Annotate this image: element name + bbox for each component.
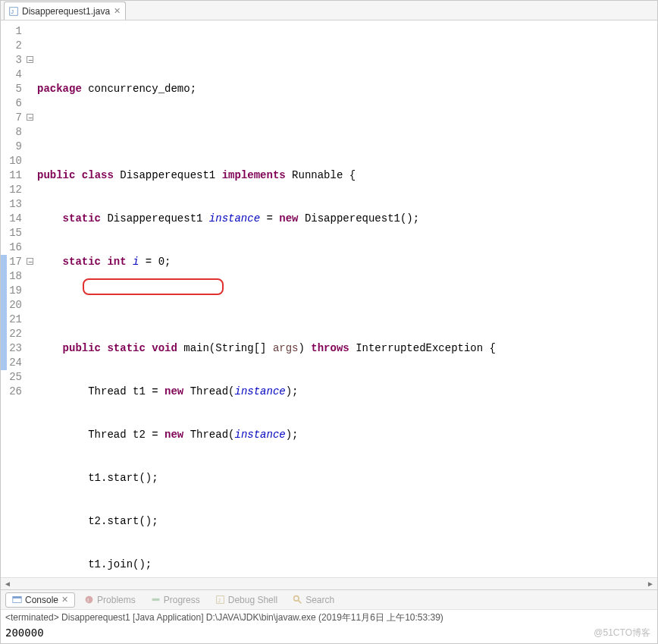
line-number: 26: [1, 385, 22, 399]
line-number: 21: [1, 313, 22, 327]
line-number: 20: [1, 298, 22, 313]
debug-shell-icon: J: [215, 595, 225, 605]
editor-tabbar: J Disapperequest1.java ✕: [1, 1, 657, 20]
svg-line-10: [298, 600, 301, 603]
code-line: public static void main(String[] args) t…: [37, 341, 657, 356]
editor-tab-label: Disapperequest1.java: [22, 6, 110, 17]
line-number: 19: [1, 284, 22, 298]
line-number: 2: [1, 39, 22, 53]
line-number-gutter: 1 2 3 4 5 6 7 8 9 10 11 12 13 14 15 16 1…: [1, 20, 27, 577]
console-icon: [12, 595, 22, 605]
progress-icon: [151, 595, 161, 605]
svg-point-4: [86, 596, 93, 604]
line-number: 6: [1, 96, 22, 111]
search-icon: [293, 595, 302, 605]
highlight-box: [83, 278, 224, 295]
code-line: static int i = 0;: [37, 255, 657, 269]
code-area[interactable]: package concurrency_demo; public class D…: [37, 20, 657, 577]
problems-tab[interactable]: ! Problems: [78, 593, 142, 607]
svg-text:J: J: [11, 8, 14, 15]
console-tab-label: Console: [25, 595, 58, 605]
line-number: 12: [1, 183, 22, 197]
fold-annotation-column: [27, 20, 37, 577]
debug-shell-tab-label: Debug Shell: [228, 595, 277, 605]
line-number: 23: [1, 341, 22, 356]
svg-text:J: J: [218, 597, 221, 604]
console-status-line: <terminated> Disapperequest1 [Java Appli…: [1, 609, 657, 625]
line-number: 17: [1, 255, 22, 269]
line-number: 25: [1, 370, 22, 385]
editor-tab-close-icon[interactable]: ✕: [114, 7, 121, 15]
line-number: 4: [1, 68, 22, 82]
fold-toggle-icon[interactable]: [27, 56, 33, 63]
scroll-right-icon[interactable]: ►: [645, 579, 656, 589]
code-line: static Disapperequest1 instance = new Di…: [37, 212, 657, 226]
line-number: 1: [1, 24, 22, 39]
svg-rect-6: [152, 598, 159, 601]
line-number: 10: [1, 154, 22, 168]
eclipse-window: J Disapperequest1.java ✕ 1 2 3 4 5 6 7 8…: [0, 0, 658, 644]
code-line: [37, 298, 657, 313]
close-icon[interactable]: ✕: [61, 595, 68, 605]
fold-toggle-icon[interactable]: [27, 114, 33, 121]
svg-text:!: !: [87, 597, 89, 604]
code-line: t1.join();: [37, 558, 657, 572]
svg-rect-3: [13, 596, 21, 598]
line-number: 9: [1, 140, 22, 154]
line-number: 13: [1, 197, 22, 212]
code-line: Thread t1 = new Thread(instance);: [37, 385, 657, 399]
line-number: 11: [1, 168, 22, 183]
line-number: 16: [1, 240, 22, 255]
search-tab[interactable]: Search: [287, 593, 340, 607]
debug-shell-tab[interactable]: J Debug Shell: [209, 593, 284, 607]
editor-tab-disapperequest1[interactable]: J Disapperequest1.java ✕: [4, 2, 126, 20]
line-number: 7: [1, 111, 22, 125]
code-line: Thread t2 = new Thread(instance);: [37, 428, 657, 442]
progress-tab-label: Progress: [164, 595, 200, 605]
line-number: 15: [1, 226, 22, 240]
search-tab-label: Search: [306, 595, 334, 605]
line-number: 14: [1, 212, 22, 226]
problems-icon: !: [84, 595, 94, 605]
line-number: 3: [1, 53, 22, 68]
code-line: t1.start();: [37, 471, 657, 485]
code-line: public class Disapperequest1 implements …: [37, 168, 657, 183]
bottom-view-tabs: Console ✕ ! Problems Progress J Debug Sh…: [1, 589, 657, 609]
code-editor[interactable]: 1 2 3 4 5 6 7 8 9 10 11 12 13 14 15 16 1…: [1, 20, 657, 577]
line-number: 18: [1, 269, 22, 284]
line-number: 8: [1, 125, 22, 140]
code-line: t2.start();: [37, 514, 657, 529]
fold-toggle-icon[interactable]: [27, 258, 33, 265]
line-number: 22: [1, 327, 22, 341]
scroll-left-icon[interactable]: ◄: [2, 579, 13, 589]
progress-tab[interactable]: Progress: [145, 593, 206, 607]
java-file-icon: J: [9, 7, 18, 16]
code-line: [37, 125, 657, 140]
console-tab[interactable]: Console ✕: [5, 592, 75, 608]
line-number: 5: [1, 82, 22, 96]
line-number: 24: [1, 356, 22, 370]
code-line: package concurrency_demo;: [37, 82, 657, 96]
svg-point-9: [294, 596, 299, 602]
problems-tab-label: Problems: [97, 595, 136, 605]
horizontal-scrollbar[interactable]: ◄ ►: [1, 577, 657, 589]
console-output[interactable]: 200000: [1, 625, 657, 643]
